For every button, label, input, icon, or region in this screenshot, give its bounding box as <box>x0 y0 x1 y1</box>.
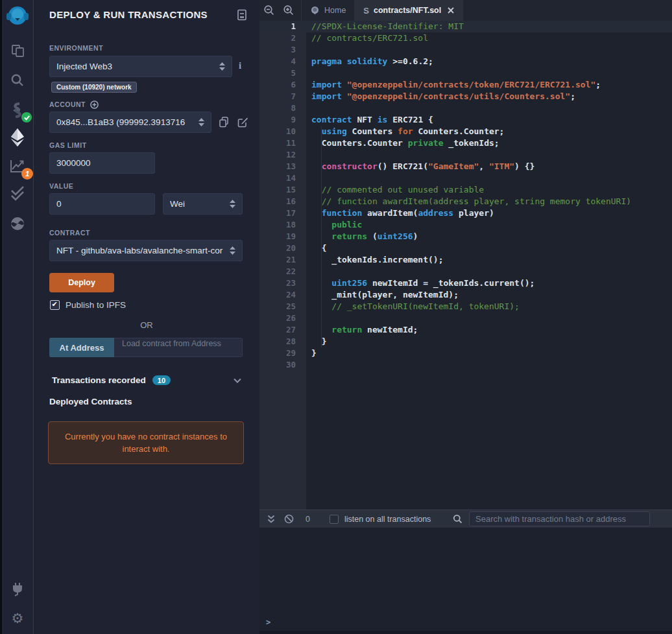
or-divider-label: OR <box>34 320 259 330</box>
line-number: 12 <box>259 149 306 161</box>
account-select[interactable]: 0x845...B1aB3 (999992.3913716 <box>49 112 211 133</box>
line-number: 9 <box>259 114 306 126</box>
line-number: 23 <box>259 277 306 289</box>
value-label: VALUE <box>49 182 73 190</box>
deployed-contracts-label: Deployed Contracts <box>49 397 132 406</box>
at-address-row: At Address <box>49 338 243 357</box>
terminal-output[interactable]: > <box>259 528 672 634</box>
line-number: 27 <box>259 324 306 336</box>
line-number: 17 <box>259 207 306 219</box>
close-tab-icon[interactable] <box>448 7 454 14</box>
line-number: 25 <box>259 301 306 312</box>
compiler-success-badge <box>21 112 32 123</box>
line-number: 6 <box>259 79 306 91</box>
indent-guide <box>321 126 322 347</box>
pending-tx-count: 0 <box>306 515 310 524</box>
terminal-search-input[interactable] <box>475 512 643 526</box>
line-number: 30 <box>259 359 306 371</box>
chevron-down-icon[interactable] <box>234 375 241 385</box>
file-explorer-icon[interactable] <box>2 41 33 60</box>
contract-select[interactable]: NFT - github/ava-labs/avalanche-smart-co… <box>49 240 243 261</box>
line-number: 13 <box>259 161 306 172</box>
no-instances-warning-text: Currently you have no contract instances… <box>63 430 229 456</box>
code-line: 9contract NFT is ERC721 { <box>259 114 672 126</box>
transactions-recorded-row[interactable]: Transactions recorded 10 <box>52 375 241 385</box>
code-editor[interactable]: 1//SPDX-License-Identifier: MIT2// contr… <box>259 21 672 510</box>
line-number: 5 <box>259 67 306 79</box>
line-number: 16 <box>259 196 306 207</box>
gas-limit-label: GAS LIMIT <box>49 141 87 149</box>
listen-transactions-checkbox[interactable] <box>330 515 339 524</box>
remix-logo-icon[interactable] <box>2 3 33 31</box>
icon-rail: 1 ⚙ <box>0 0 34 634</box>
gas-limit-input[interactable] <box>56 158 148 168</box>
at-address-field <box>114 338 243 357</box>
add-account-icon[interactable] <box>90 100 99 109</box>
line-number: 4 <box>259 56 306 67</box>
select-arrows-icon <box>230 200 235 208</box>
line-number: 1 <box>259 21 306 32</box>
at-address-button[interactable]: At Address <box>49 338 114 357</box>
expand-terminal-icon[interactable] <box>267 515 275 524</box>
gas-limit-field <box>49 152 155 174</box>
publish-ipfs-label: Publish to IPFS <box>66 300 126 310</box>
line-number: 21 <box>259 254 306 266</box>
transactions-recorded-label: Transactions recorded <box>52 375 146 385</box>
line-number: 29 <box>259 347 306 359</box>
environment-info-icon[interactable]: i <box>239 60 241 71</box>
clear-console-icon[interactable] <box>284 514 294 524</box>
settings-gear-icon[interactable]: ⚙ <box>2 608 33 628</box>
solidity-file-icon: S <box>363 6 369 16</box>
publish-ipfs-checkbox[interactable] <box>50 300 60 310</box>
deploy-run-icon[interactable] <box>2 128 33 147</box>
line-number: 20 <box>259 242 306 254</box>
line-number: 8 <box>259 102 306 114</box>
code-line: 3 <box>259 44 672 56</box>
panel-title: DEPLOY & RUN TRANSACTIONS <box>49 9 208 20</box>
listen-transactions-label: listen on all transactions <box>344 515 431 524</box>
tab-contracts-nft-sol[interactable]: S contracts/NFT.sol <box>355 0 463 21</box>
zoom-in-icon[interactable] <box>279 0 298 21</box>
terminal-prompt: > <box>266 618 270 627</box>
search-icon[interactable] <box>2 71 33 90</box>
value-input[interactable] <box>56 199 148 209</box>
sign-message-icon[interactable] <box>237 117 248 128</box>
line-number: 22 <box>259 266 306 277</box>
environment-label: ENVIRONMENT <box>49 44 103 52</box>
code-line: 8 <box>259 102 672 114</box>
code-line: 6import "@openzeppelin/contracts/token/E… <box>259 79 672 91</box>
documentation-icon[interactable] <box>237 9 247 23</box>
sourcify-icon[interactable] <box>2 214 33 233</box>
at-address-input[interactable] <box>122 339 234 348</box>
tab-home-label: Home <box>324 6 346 15</box>
code-line: 1//SPDX-License-Identifier: MIT <box>259 21 672 32</box>
code-line: 4pragma solidity >=0.6.2; <box>259 56 672 67</box>
terminal-toolbar: 0 listen on all transactions <box>259 510 672 528</box>
select-arrows-icon <box>198 118 204 126</box>
zoom-out-icon[interactable] <box>259 0 279 21</box>
remix-home-icon <box>310 6 320 16</box>
value-unit-select[interactable]: Wei <box>163 193 243 215</box>
code-line: 2// contracts/ERC721.sol <box>259 32 672 44</box>
transactions-count-badge: 10 <box>152 375 171 385</box>
terminal-search-icon <box>453 514 462 524</box>
deploy-run-panel: DEPLOY & RUN TRANSACTIONS ENVIRONMENT In… <box>34 0 259 634</box>
terminal-search-field <box>469 511 650 526</box>
line-number: 3 <box>259 44 306 56</box>
code-line: 7import "@openzeppelin/contracts/utils/C… <box>259 91 672 102</box>
tab-nft-label: contracts/NFT.sol <box>374 6 441 15</box>
analytics-icon[interactable]: 1 <box>2 156 33 176</box>
terminal: 0 listen on all transactions > <box>259 510 672 634</box>
deploy-button[interactable]: Deploy <box>49 273 114 292</box>
plugin-manager-icon[interactable] <box>2 579 33 598</box>
tab-home[interactable]: Home <box>301 0 355 21</box>
line-number: 19 <box>259 231 306 242</box>
copy-account-icon[interactable] <box>219 117 229 128</box>
solidity-compiler-icon[interactable] <box>2 100 33 120</box>
unit-testing-icon[interactable] <box>2 185 33 204</box>
select-arrows-icon <box>219 62 225 71</box>
remix-ide: 1 ⚙ DEPLOY & RUN TRANSACTIONS <box>0 0 672 634</box>
environment-select[interactable]: Injected Web3 <box>49 56 232 77</box>
account-label: ACCOUNT <box>49 100 99 109</box>
line-number: 10 <box>259 126 306 137</box>
